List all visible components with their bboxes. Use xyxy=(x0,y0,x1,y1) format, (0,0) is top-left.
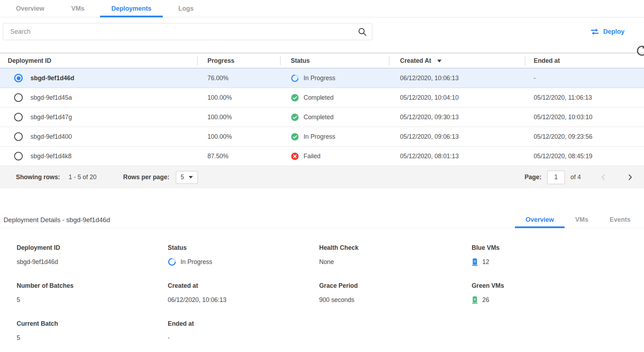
row-progress: 87.50% xyxy=(207,153,228,160)
row-deployment-id: sbgd-9ef1d4k8 xyxy=(30,153,72,160)
main-tab-logs[interactable]: Logs xyxy=(167,0,205,17)
detail-field-value: 5 xyxy=(17,295,168,304)
table-row[interactable]: sbgd-9ef1d45a 100.00% Completed 05/12/20… xyxy=(0,88,644,108)
row-radio-button[interactable] xyxy=(14,152,23,160)
column-header-label: Created At xyxy=(400,57,431,65)
detail-field-text: 26 xyxy=(482,296,489,304)
row-created-at: 05/12/2020, 09:06:13 xyxy=(400,133,459,141)
detail-field-label: Status xyxy=(168,244,319,252)
in-progress-spinner-icon xyxy=(291,74,299,82)
detail-field-label: Grace Period xyxy=(319,282,472,290)
row-radio-button[interactable] xyxy=(14,93,23,102)
column-header-label: Status xyxy=(291,57,310,65)
column-header-status[interactable]: Status xyxy=(280,54,389,68)
row-radio-button[interactable] xyxy=(14,132,23,141)
main-tab-overview[interactable]: Overview xyxy=(5,0,56,17)
completed-check-icon xyxy=(291,94,299,102)
detail-field-value: sbgd-9ef1d46d xyxy=(17,257,168,266)
detail-field-text: sbgd-9ef1d46d xyxy=(17,258,58,266)
deploy-button[interactable]: Deploy xyxy=(590,28,624,35)
main-tab-bar: OverviewVMsDeploymentsLogs xyxy=(0,0,644,17)
prev-page-button[interactable] xyxy=(599,173,607,181)
main-tab-vms[interactable]: VMs xyxy=(60,0,96,17)
detail-field-text: 06/12/2020, 10:06:13 xyxy=(168,296,226,304)
detail-field: Deployment ID sbgd-9ef1d46d xyxy=(17,244,168,266)
page-label: Page: xyxy=(524,174,542,181)
row-ended-at: - xyxy=(534,75,536,82)
next-page-button[interactable] xyxy=(626,173,634,181)
detail-field-text: In Progress xyxy=(181,258,212,266)
in-progress-spinner-icon xyxy=(168,258,176,266)
row-deployment-id: sbgd-9ef1d400 xyxy=(30,133,72,141)
detail-field-value: 26 xyxy=(472,295,644,304)
failed-x-icon xyxy=(291,152,299,160)
deployments-page: OverviewVMsDeploymentsLogs Deploy Deploy… xyxy=(0,0,644,352)
detail-field-text: 900 seconds xyxy=(319,296,354,304)
table-row[interactable]: sbgd-9ef1d46d 76.00% In Progress 06/12/2… xyxy=(0,68,644,88)
page-total: of 4 xyxy=(571,174,581,181)
showing-rows-label: Showing rows: xyxy=(16,174,60,181)
search-box[interactable] xyxy=(3,23,372,40)
detail-field: Current Batch 5 xyxy=(17,320,168,342)
column-header-ended-at[interactable]: Ended at xyxy=(525,54,644,68)
search-icon xyxy=(357,27,367,37)
search-input[interactable] xyxy=(3,23,372,40)
row-deployment-id: sbgd-9ef1d46d xyxy=(30,75,74,82)
row-status-label: Completed xyxy=(304,94,334,101)
row-status-label: Completed xyxy=(304,114,334,121)
detail-field-label: Created at xyxy=(168,282,319,290)
row-status-label: In Progress xyxy=(304,133,335,141)
row-ended-at: 05/12/2020, 11:06:13 xyxy=(534,94,592,101)
column-header-deployment-id[interactable]: Deployment ID xyxy=(0,54,197,68)
detail-field: Green VMs 26 xyxy=(472,282,644,304)
detail-field-value: 12 xyxy=(472,257,644,266)
table-row[interactable]: sbgd-9ef1d400 100.00% In Progress 05/12/… xyxy=(0,127,644,147)
column-header-progress[interactable]: Progress xyxy=(197,54,280,68)
table-header-row: Deployment ID Progress Status Created At… xyxy=(0,52,644,68)
row-progress: 100.00% xyxy=(207,114,232,121)
vm-icon xyxy=(472,258,478,266)
toolbar: Deploy xyxy=(0,17,644,47)
detail-field: Status In Progress xyxy=(168,244,319,266)
row-deployment-id: sbgd-9ef1d45a xyxy=(30,94,72,101)
vm-icon xyxy=(472,296,478,304)
swap-arrows-icon xyxy=(590,28,599,35)
details-tab-overview[interactable]: Overview xyxy=(515,212,565,228)
tab-label: Overview xyxy=(526,216,554,224)
rows-per-page-value: 5 xyxy=(181,174,184,181)
sort-caret-icon xyxy=(437,60,442,62)
details-title: Deployment Details - sbgd-9ef1d46d xyxy=(0,216,110,224)
detail-field: Created at 06/12/2020, 10:06:13 xyxy=(168,282,319,304)
row-radio-button[interactable] xyxy=(14,113,23,121)
row-status-label: Failed xyxy=(304,153,321,160)
tab-label: VMs xyxy=(71,5,84,12)
deployments-table: Deployment ID Progress Status Created At… xyxy=(0,52,644,188)
tab-label: VMs xyxy=(575,216,588,224)
table-row[interactable]: sbgd-9ef1d4k8 87.50% Failed 05/12/2020, … xyxy=(0,147,644,166)
detail-field-value: In Progress xyxy=(168,257,319,266)
main-tab-deployments[interactable]: Deployments xyxy=(100,0,163,17)
detail-field-label: Ended at xyxy=(168,320,319,328)
detail-field-text: None xyxy=(319,258,334,266)
row-radio-button[interactable] xyxy=(14,74,23,82)
detail-field-value: 900 seconds xyxy=(319,295,472,304)
details-tab-vms[interactable]: VMs xyxy=(565,212,599,228)
tab-label: Deployments xyxy=(111,5,151,12)
details-tab-events[interactable]: Events xyxy=(599,212,641,228)
detail-field: Blue VMs 12 xyxy=(472,244,644,266)
detail-field: Health Check None xyxy=(319,244,472,266)
rows-per-page-select[interactable]: 5 xyxy=(176,171,198,184)
details-tab-bar: OverviewVMsEvents xyxy=(515,212,641,228)
showing-rows-value: 1 - 5 of 20 xyxy=(68,174,96,181)
row-ended-at: 05/12/2020, 08:45:19 xyxy=(534,153,592,160)
page-input[interactable] xyxy=(547,171,565,184)
row-progress: 100.00% xyxy=(207,94,232,101)
table-row[interactable]: sbgd-9ef1d47g 100.00% Completed 05/12/20… xyxy=(0,108,644,127)
detail-field: Grace Period 900 seconds xyxy=(319,282,472,304)
row-created-at: 06/12/2020, 10:06:13 xyxy=(400,75,459,82)
completed-check-icon xyxy=(291,133,299,141)
detail-field-label: Health Check xyxy=(319,244,472,252)
detail-field-text: 5 xyxy=(17,296,20,304)
column-header-created-at[interactable]: Created At xyxy=(389,54,525,68)
detail-field-label: Green VMs xyxy=(472,282,644,290)
